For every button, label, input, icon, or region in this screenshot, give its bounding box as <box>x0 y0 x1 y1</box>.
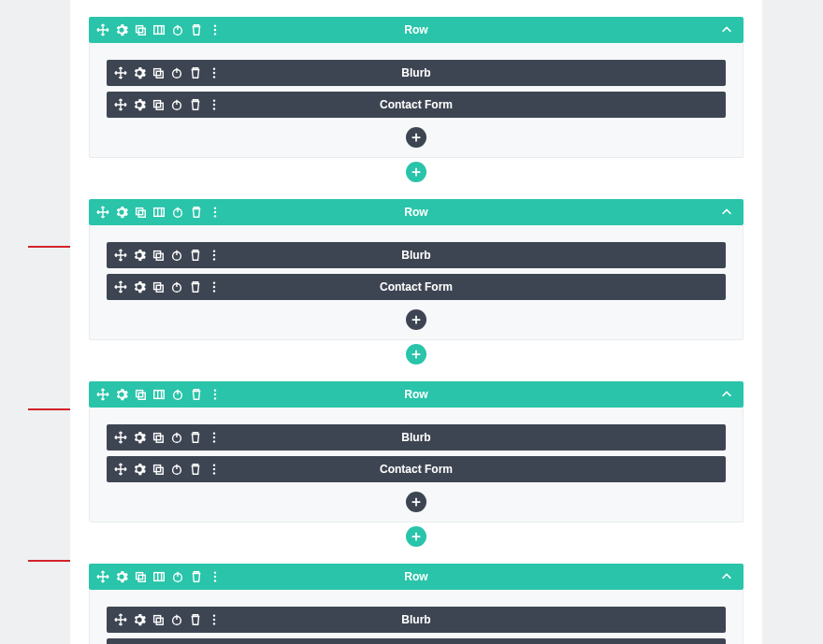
row-header[interactable]: Row <box>89 381 744 408</box>
move-icon[interactable] <box>96 570 109 583</box>
trash-icon[interactable] <box>189 249 202 262</box>
svg-rect-47 <box>154 283 161 290</box>
add-module-button[interactable] <box>406 492 426 512</box>
power-icon[interactable] <box>170 280 183 293</box>
add-row-button[interactable] <box>406 344 426 365</box>
power-icon[interactable] <box>170 463 183 476</box>
module-blurb[interactable]: Blurb <box>107 424 726 451</box>
move-icon[interactable] <box>96 206 109 219</box>
move-icon[interactable] <box>114 66 127 79</box>
add-module-button[interactable] <box>406 309 426 330</box>
svg-point-53 <box>213 290 215 292</box>
gear-icon[interactable] <box>115 206 128 219</box>
power-icon[interactable] <box>170 249 183 262</box>
svg-point-61 <box>214 389 216 391</box>
gear-icon[interactable] <box>133 66 146 79</box>
gear-icon[interactable] <box>133 98 146 111</box>
duplicate-icon[interactable] <box>134 388 147 401</box>
columns-icon[interactable] <box>152 388 166 401</box>
more-icon[interactable] <box>208 463 221 476</box>
add-module-area <box>107 488 726 514</box>
columns-icon[interactable] <box>152 23 166 36</box>
trash-icon[interactable] <box>190 206 203 219</box>
add-row-button[interactable] <box>406 526 426 547</box>
gear-icon[interactable] <box>133 613 146 626</box>
power-icon[interactable] <box>170 98 183 111</box>
trash-icon[interactable] <box>190 388 203 401</box>
module-contact-form[interactable]: Contact Form <box>107 638 726 644</box>
collapse-button[interactable] <box>717 17 736 43</box>
trash-icon[interactable] <box>189 98 202 111</box>
more-icon[interactable] <box>209 23 222 36</box>
chevron-up-icon <box>720 570 733 583</box>
collapse-button[interactable] <box>717 564 736 590</box>
row-header[interactable]: Row <box>89 199 744 225</box>
trash-icon[interactable] <box>189 431 202 444</box>
more-icon[interactable] <box>208 66 221 79</box>
module-contact-form[interactable]: Contact Form <box>107 92 726 118</box>
more-icon[interactable] <box>209 388 222 401</box>
duplicate-icon[interactable] <box>152 613 165 626</box>
move-icon[interactable] <box>114 280 127 293</box>
more-icon[interactable] <box>209 206 222 219</box>
svg-rect-6 <box>137 26 143 33</box>
collapse-button[interactable] <box>717 199 736 225</box>
duplicate-icon[interactable] <box>134 206 147 219</box>
trash-icon[interactable] <box>189 613 202 626</box>
row-header[interactable]: Row <box>89 564 744 590</box>
trash-icon[interactable] <box>189 463 202 476</box>
add-row-button[interactable] <box>406 162 426 182</box>
module-contact-form[interactable]: Contact Form <box>107 456 726 482</box>
gear-icon[interactable] <box>133 431 146 444</box>
power-icon[interactable] <box>170 613 183 626</box>
move-icon[interactable] <box>114 249 127 262</box>
duplicate-icon[interactable] <box>152 249 165 262</box>
duplicate-icon[interactable] <box>152 66 165 79</box>
duplicate-icon[interactable] <box>152 98 165 111</box>
more-icon[interactable] <box>208 98 221 111</box>
more-icon[interactable] <box>208 613 221 626</box>
power-icon[interactable] <box>171 570 184 583</box>
trash-icon[interactable] <box>190 570 203 583</box>
module-blurb[interactable]: Blurb <box>107 607 726 633</box>
row-header[interactable]: Row <box>89 17 744 43</box>
gear-icon[interactable] <box>115 23 128 36</box>
more-icon[interactable] <box>208 249 221 262</box>
gear-icon[interactable] <box>133 280 146 293</box>
module-blurb[interactable]: Blurb <box>107 242 726 268</box>
gear-icon[interactable] <box>133 463 146 476</box>
move-icon[interactable] <box>114 98 127 111</box>
power-icon[interactable] <box>170 66 183 79</box>
move-icon[interactable] <box>114 431 127 444</box>
more-icon[interactable] <box>209 570 222 583</box>
power-icon[interactable] <box>171 206 184 219</box>
move-icon[interactable] <box>96 388 109 401</box>
power-icon[interactable] <box>170 431 183 444</box>
collapse-button[interactable] <box>717 381 736 408</box>
gear-icon[interactable] <box>115 570 128 583</box>
add-module-button[interactable] <box>406 127 426 148</box>
module-blurb[interactable]: Blurb <box>107 60 726 86</box>
svg-point-27 <box>213 99 215 101</box>
gear-icon[interactable] <box>115 388 128 401</box>
power-icon[interactable] <box>171 23 184 36</box>
duplicate-icon[interactable] <box>134 570 147 583</box>
columns-icon[interactable] <box>152 206 166 219</box>
trash-icon[interactable] <box>189 280 202 293</box>
more-icon[interactable] <box>208 431 221 444</box>
duplicate-icon[interactable] <box>152 280 165 293</box>
duplicate-icon[interactable] <box>134 23 147 36</box>
move-icon[interactable] <box>114 463 127 476</box>
svg-rect-31 <box>138 210 145 217</box>
trash-icon[interactable] <box>189 66 202 79</box>
trash-icon[interactable] <box>190 23 203 36</box>
gear-icon[interactable] <box>133 249 146 262</box>
more-icon[interactable] <box>208 280 221 293</box>
duplicate-icon[interactable] <box>152 463 165 476</box>
move-icon[interactable] <box>114 613 127 626</box>
module-contact-form[interactable]: Contact Form <box>107 274 726 300</box>
power-icon[interactable] <box>171 388 184 401</box>
columns-icon[interactable] <box>152 570 166 583</box>
move-icon[interactable] <box>96 23 109 36</box>
duplicate-icon[interactable] <box>152 431 165 444</box>
